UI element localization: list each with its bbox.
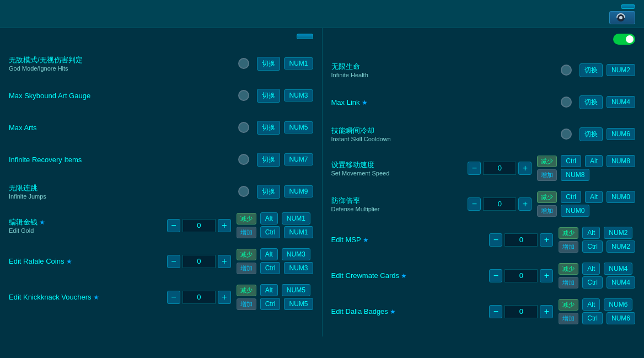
numeric-input[interactable]	[483, 197, 516, 211]
inc-key-row: 增加CtrlNUM5	[237, 298, 313, 310]
star-badge: ★	[92, 293, 99, 301]
toggle-circle[interactable]	[238, 122, 249, 133]
key-badge: NUM2	[604, 227, 632, 239]
feature-row: 无限生命Infinite Health切换NUM2	[331, 59, 636, 81]
key-group: 切换NUM9	[257, 185, 313, 199]
dec-key-row: 减少AltNUM6	[559, 298, 635, 311]
feature-row: Edit Crewmate Cards ★−+减少AltNUM4增加CtrlNU…	[331, 263, 636, 288]
numeric-input[interactable]	[505, 269, 538, 282]
switch-badge: 切换	[257, 121, 280, 135]
header	[0, 0, 644, 28]
key-group: 切换NUM6	[579, 127, 635, 141]
inc-key-row: 增加CtrlNUM1	[237, 226, 313, 238]
numeric-input[interactable]	[505, 305, 538, 318]
inc-badge: 增加	[559, 241, 578, 253]
inc-badge: 增加	[537, 205, 557, 217]
numeric-input[interactable]	[183, 219, 216, 232]
decrement-button[interactable]: −	[167, 291, 180, 304]
key-badge: Ctrl	[582, 276, 603, 288]
header-top	[9, 4, 635, 9]
key-group: 切换NUM4	[579, 95, 635, 109]
hotkey-toggle[interactable]	[613, 34, 635, 45]
star-badge: ★	[64, 258, 72, 265]
key-badge: NUM7	[284, 153, 313, 165]
right-features: 无限生命Infinite Health切换NUM2Max Link ★切换NUM…	[331, 59, 636, 324]
left-section-header	[9, 34, 313, 44]
toggle-circle[interactable]	[561, 97, 572, 108]
key-badge: NUM4	[607, 96, 635, 108]
dec-badge: 减少	[537, 156, 557, 167]
inc-key-row: 增加CtrlNUM2	[559, 241, 635, 253]
key-badge: Ctrl	[260, 298, 281, 310]
feature-row: 编辑金钱 ★Edit Gold−+减少AltNUM1增加CtrlNUM1	[9, 212, 313, 238]
key-badge: NUM1	[282, 212, 310, 225]
multi-key-group: 减少AltNUM3增加CtrlNUM3	[237, 248, 313, 274]
multi-key-group: 减少AltNUM6增加CtrlNUM6	[559, 298, 635, 324]
toggle-circle[interactable]	[561, 65, 572, 76]
feature-row: Max Link ★切换NUM4	[331, 91, 636, 113]
increment-button[interactable]: +	[540, 269, 553, 282]
increment-button[interactable]: +	[218, 255, 231, 268]
feature-cn: 编辑金钱 ★	[9, 217, 167, 227]
numeric-input[interactable]	[505, 233, 538, 247]
switch-badge: 切换	[257, 185, 280, 199]
increment-button[interactable]: +	[540, 233, 553, 247]
feature-en: Edit Gold	[9, 227, 167, 234]
inc-badge: 增加	[237, 298, 256, 310]
key-badge: Alt	[585, 191, 603, 203]
key-badge: NUM1	[284, 57, 313, 70]
feature-en: Set Movement Speed	[331, 170, 468, 177]
decrement-button[interactable]: −	[489, 233, 502, 247]
feature-row: Edit MSP ★−+减少AltNUM2增加CtrlNUM2	[331, 227, 636, 253]
decrement-button[interactable]: −	[167, 219, 180, 232]
decrement-button[interactable]: −	[489, 305, 502, 318]
switch-badge: 切换	[257, 57, 280, 71]
increment-button[interactable]: +	[540, 305, 553, 318]
increment-button[interactable]: +	[218, 219, 231, 232]
decrement-button[interactable]: −	[167, 255, 180, 268]
increment-button[interactable]: +	[518, 162, 532, 175]
feature-en: Infinite Health	[331, 72, 561, 78]
switch-badge: 切换	[579, 63, 603, 77]
feature-cn: 无敌模式/无视伤害判定	[9, 55, 238, 65]
multi-key-group: 减少AltNUM5增加CtrlNUM5	[237, 284, 313, 310]
numeric-input[interactable]	[183, 255, 216, 268]
feature-name: 无敌模式/无视伤害判定God Mode/Ignore Hits	[9, 55, 238, 72]
dec-key-row: 减少CtrlAltNUM8	[537, 155, 635, 167]
inc-key-row: 增加NUM8	[537, 169, 635, 181]
toggle-circle[interactable]	[561, 129, 572, 140]
toggle-circle[interactable]	[238, 90, 249, 101]
header-right-top	[616, 4, 635, 9]
decrement-button[interactable]: −	[489, 269, 502, 282]
increment-button[interactable]: +	[518, 197, 532, 211]
toggle-circle[interactable]	[238, 186, 249, 197]
feature-row: Edit Dalia Badges ★−+减少AltNUM6增加CtrlNUM6	[331, 298, 636, 324]
feature-cn: 防御倍率	[331, 196, 468, 206]
feature-name: Max Link ★	[331, 98, 561, 106]
numeric-input[interactable]	[483, 162, 516, 175]
feature-cn: Max Arts	[9, 124, 238, 132]
close-all-button[interactable]	[297, 34, 313, 39]
key-badge: Ctrl	[561, 155, 581, 167]
increment-button[interactable]: +	[218, 291, 231, 304]
content: 无敌模式/无视伤害判定God Mode/Ignore Hits切换NUM1Max…	[0, 28, 644, 336]
toggle-circle[interactable]	[238, 58, 249, 69]
numeric-control: −+	[468, 197, 532, 211]
switch-badge: 切换	[257, 153, 280, 167]
modifier-mode-button[interactable]	[621, 4, 635, 9]
decrement-button[interactable]: −	[468, 197, 481, 211]
multi-key-group: 减少AltNUM2增加CtrlNUM2	[559, 227, 635, 253]
star-badge: ★	[37, 218, 45, 226]
feature-cn: 技能瞬间冷却	[331, 126, 561, 136]
numeric-control: −+	[489, 269, 553, 282]
key-group: 切换NUM1	[257, 57, 313, 71]
inc-badge: 增加	[237, 263, 256, 274]
numeric-input[interactable]	[183, 291, 216, 304]
key-badge: NUM6	[604, 298, 632, 311]
numeric-control: −+	[167, 219, 231, 232]
decrement-button[interactable]: −	[468, 162, 481, 175]
feature-cn: 无限生命	[331, 62, 561, 72]
key-badge: Alt	[260, 248, 278, 260]
toggle-circle[interactable]	[238, 154, 249, 165]
steam-button[interactable]	[609, 11, 635, 24]
